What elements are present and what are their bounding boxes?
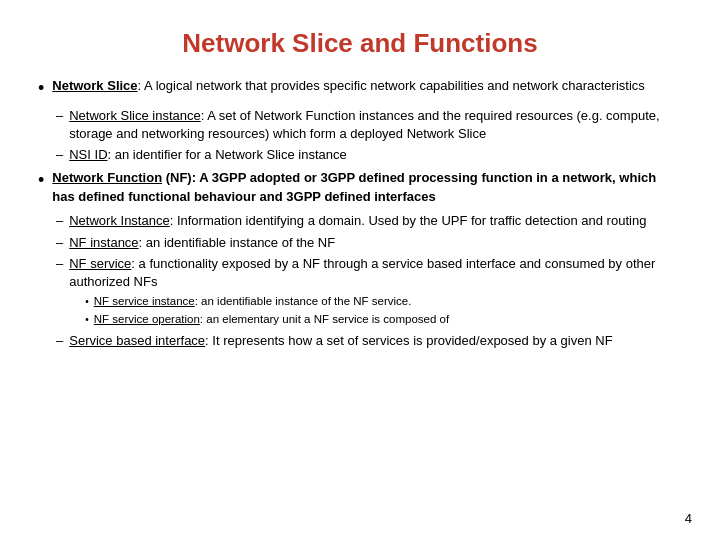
bullet-1-prefix: Network Slice	[52, 78, 137, 93]
subsub-item-2: • NF service operation: an elementary un…	[85, 311, 682, 327]
sub-item-3: – Network Instance: Information identify…	[56, 212, 682, 230]
sub-item-1: – Network Slice instance: A set of Netwo…	[56, 107, 682, 143]
bullet-2-sublist: – Network Instance: Information identify…	[56, 212, 682, 350]
sub-item-4-text: NF instance: an identifiable instance of…	[69, 234, 335, 252]
slide: Network Slice and Functions • Network Sl…	[0, 0, 720, 540]
sub-item-5: – NF service: a functionality exposed by…	[56, 255, 682, 330]
sub-item-2: – NSI ID: an identifier for a Network Sl…	[56, 146, 682, 164]
dash-2: –	[56, 146, 63, 164]
sub-item-6-text: Service based interface: It represents h…	[69, 332, 612, 350]
sub-item-6-body: : It represents how a set of services is…	[205, 333, 613, 348]
dash-1: –	[56, 107, 63, 125]
dash-3: –	[56, 212, 63, 230]
bullet-1-text: Network Slice: A logical network that pr…	[52, 77, 682, 96]
dash-5: –	[56, 255, 63, 273]
dash-6: –	[56, 332, 63, 350]
bullet-2-extra: (NF):	[162, 170, 196, 185]
sub-item-1-text: Network Slice instance: A set of Network…	[69, 107, 682, 143]
sub-item-6: – Service based interface: It represents…	[56, 332, 682, 350]
subsub-item-1-text: NF service instance: an identifiable ins…	[94, 293, 412, 309]
sub-item-6-prefix: Service based interface	[69, 333, 205, 348]
subsub-item-1-prefix: NF service instance	[94, 295, 195, 307]
sub-item-4: – NF instance: an identifiable instance …	[56, 234, 682, 252]
sub-item-5-body: : a functionality exposed by a NF throug…	[69, 256, 655, 289]
sub-item-5-prefix: NF service	[69, 256, 131, 271]
bullet-2: • Network Function (NF): A 3GPP adopted …	[38, 169, 682, 207]
bullet-dot-2: •	[38, 167, 44, 193]
sub-item-5-text: NF service: a functionality exposed by a…	[69, 255, 682, 330]
sub-item-4-body: : an identifiable instance of the NF	[139, 235, 336, 250]
page-number: 4	[685, 511, 692, 526]
subsub-item-1-body: : an identifiable instance of the NF ser…	[195, 295, 412, 307]
bullet-dot-1: •	[38, 75, 44, 101]
subsub-bullet-1: •	[85, 295, 89, 309]
sub-item-2-prefix: NSI ID	[69, 147, 107, 162]
bullet-1-body: : A logical network that provides specif…	[138, 78, 645, 93]
subsub-item-2-body: : an elementary unit a NF service is com…	[200, 313, 449, 325]
sub-item-4-prefix: NF instance	[69, 235, 138, 250]
dash-4: –	[56, 234, 63, 252]
bullet-1-sublist: – Network Slice instance: A set of Netwo…	[56, 107, 682, 165]
slide-title: Network Slice and Functions	[38, 28, 682, 59]
sub-sub-list-5: • NF service instance: an identifiable i…	[85, 293, 682, 327]
bullet-1: • Network Slice: A logical network that …	[38, 77, 682, 101]
sub-item-1-prefix: Network Slice instance	[69, 108, 201, 123]
subsub-item-2-text: NF service operation: an elementary unit…	[94, 311, 449, 327]
sub-item-3-text: Network Instance: Information identifyin…	[69, 212, 646, 230]
subsub-item-2-prefix: NF service operation	[94, 313, 200, 325]
sub-item-3-prefix: Network Instance	[69, 213, 169, 228]
bullet-2-text: Network Function (NF): A 3GPP adopted or…	[52, 169, 682, 207]
sub-item-2-text: NSI ID: an identifier for a Network Slic…	[69, 146, 346, 164]
subsub-bullet-2: •	[85, 313, 89, 327]
sub-item-3-body: : Information identifying a domain. Used…	[170, 213, 647, 228]
sub-item-2-body: : an identifier for a Network Slice inst…	[108, 147, 347, 162]
bullet-2-prefix: Network Function	[52, 170, 162, 185]
slide-content: • Network Slice: A logical network that …	[38, 77, 682, 350]
subsub-item-1: • NF service instance: an identifiable i…	[85, 293, 682, 309]
